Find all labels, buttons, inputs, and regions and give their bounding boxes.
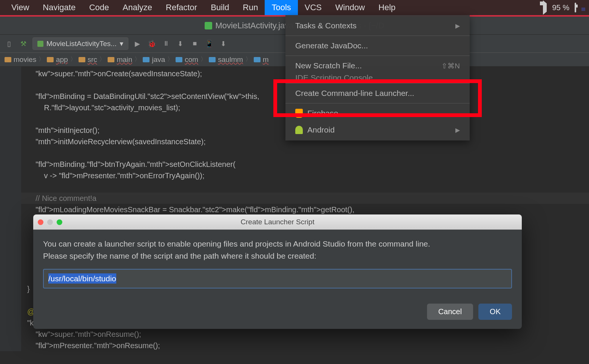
profile-button[interactable]: ⏸ <box>161 39 171 49</box>
status-tray: 95 % <box>543 3 584 12</box>
file-icon <box>205 22 212 29</box>
folder-icon <box>254 57 261 62</box>
menu-item-tasks-contexts[interactable]: Tasks & Contexts▶ <box>285 17 470 34</box>
hammer-icon[interactable]: ⚒ <box>18 39 29 49</box>
gutter <box>0 66 21 351</box>
firebase-icon <box>295 109 303 118</box>
crumb-label: java <box>152 56 165 64</box>
stop-button[interactable]: ■ <box>190 39 200 49</box>
code-line[interactable] <box>27 147 589 159</box>
menu-refactor[interactable]: Refactor <box>159 0 204 15</box>
sdk-button[interactable]: ⬇ <box>218 39 229 49</box>
folder-icon <box>143 57 150 62</box>
back-button[interactable]: ▯ <box>4 39 14 49</box>
crumb-m[interactable]: m <box>252 56 270 64</box>
dialog-body-text: You can create a launcher script to enab… <box>43 238 512 262</box>
menu-build[interactable]: Build <box>204 0 236 15</box>
menu-item-label: Generate JavaDoc... <box>295 41 368 50</box>
crumb-com[interactable]: com <box>174 56 200 64</box>
menu-code[interactable]: Code <box>82 0 116 15</box>
code-line[interactable]: "fld">mBinding."fld">btnTryAgain."mth">s… <box>27 159 589 170</box>
script-path-input[interactable]: /usr/local/bin/studio <box>43 269 512 288</box>
menu-item-firebase[interactable]: Firebase <box>285 105 470 122</box>
menu-item-label: New Scratch File... <box>295 61 362 70</box>
crumb-label: src <box>88 56 97 64</box>
code-line[interactable]: "kw">super."mth">onResume(); <box>27 329 589 340</box>
crumb-java[interactable]: java <box>141 56 167 64</box>
menu-item-label: Tasks & Contexts <box>295 21 356 30</box>
android-icon <box>295 126 303 134</box>
menu-divider <box>285 83 470 83</box>
menu-divider <box>285 103 470 103</box>
run-config-label: MovieListActivityTes... <box>46 40 117 48</box>
attach-button[interactable]: ⬇ <box>175 39 186 49</box>
menu-item-label: Firebase <box>295 109 338 118</box>
crumb-label: movies <box>14 56 36 64</box>
code-line[interactable]: "fld">mLoadingMoreMoviesSnackBar = Snack… <box>27 204 589 215</box>
menu-item-label: IDE Scripting Console <box>295 74 373 82</box>
menu-item-label: Android <box>295 125 335 134</box>
run-button[interactable]: ▶ <box>132 39 143 49</box>
menu-divider <box>285 35 470 36</box>
crumb-label: com <box>185 56 198 64</box>
crumb-main[interactable]: main <box>106 56 134 64</box>
menu-vcs[interactable]: VCS <box>298 0 328 15</box>
code-line[interactable]: "fld">mPresenter."mth">onResume(); <box>27 340 589 351</box>
create-launcher-dialog: Create Launcher Script You can create a … <box>33 214 522 329</box>
crumb-label: main <box>117 56 132 64</box>
menu-navigate[interactable]: Navigate <box>36 0 82 15</box>
code-line[interactable]: v -> "fld">mPresenter."mth">onErrorTryAg… <box>27 170 589 181</box>
run-config-selector[interactable]: MovieListActivityTes... ▾ <box>32 37 128 50</box>
crumb-app[interactable]: app <box>45 56 69 64</box>
avd-button[interactable]: 📱 <box>204 39 214 49</box>
menu-item-new-scratch-file-[interactable]: New Scratch File...⇧⌘N <box>285 57 470 74</box>
battery-percent: 95 % <box>552 3 569 12</box>
battery-icon <box>575 3 576 12</box>
folder-icon <box>79 57 85 62</box>
menu-help[interactable]: Help <box>372 0 402 15</box>
menu-divider <box>285 56 470 56</box>
crumb-label: saulmm <box>218 56 243 64</box>
menu-item-create-command-line-launcher-[interactable]: Create Command-line Launcher... <box>285 85 470 102</box>
crumb-label: m <box>263 56 269 64</box>
crumb-movies[interactable]: movies <box>3 56 38 64</box>
folder-icon <box>47 57 54 62</box>
menu-window[interactable]: Window <box>328 0 372 15</box>
crumb-saulmm[interactable]: saulmm <box>207 56 245 64</box>
folder-icon <box>108 57 114 62</box>
menu-analyze[interactable]: Analyze <box>116 0 159 15</box>
submenu-arrow-icon: ▶ <box>455 22 460 29</box>
menu-tools[interactable]: Tools <box>265 0 298 15</box>
folder-icon <box>176 57 182 62</box>
code-line[interactable]: // Nice comment!a <box>4 193 589 204</box>
folder-icon <box>209 57 216 62</box>
shortcut-label: ⇧⌘N <box>441 62 460 70</box>
system-menubar: ViewNavigateCodeAnalyzeRefactorBuildRunT… <box>0 0 589 15</box>
submenu-arrow-icon: ▶ <box>455 126 460 134</box>
ok-button[interactable]: OK <box>478 304 512 320</box>
debug-button[interactable]: 🐞 <box>146 39 157 49</box>
menu-item-android[interactable]: Android▶ <box>285 122 470 138</box>
menu-item-ide-scripting-console[interactable]: IDE Scripting Console <box>285 74 470 82</box>
menu-item-label: Create Command-line Launcher... <box>295 89 414 98</box>
menu-item-generate-javadoc-[interactable]: Generate JavaDoc... <box>285 37 470 54</box>
menu-run[interactable]: Run <box>236 0 265 15</box>
cancel-button[interactable]: Cancel <box>427 304 473 320</box>
crumb-src[interactable]: src <box>77 56 99 64</box>
tools-dropdown: Tasks & Contexts▶Generate JavaDoc...New … <box>285 15 470 140</box>
dialog-titlebar[interactable]: Create Launcher Script <box>33 214 522 230</box>
menu-view[interactable]: View <box>5 0 36 15</box>
android-test-icon <box>37 41 43 47</box>
volume-icon <box>543 3 547 12</box>
chevron-down-icon: ▾ <box>120 39 123 48</box>
code-line[interactable] <box>27 181 589 193</box>
folder-icon <box>5 57 11 62</box>
dialog-title: Create Launcher Script <box>33 218 522 226</box>
crumb-label: app <box>56 56 68 64</box>
